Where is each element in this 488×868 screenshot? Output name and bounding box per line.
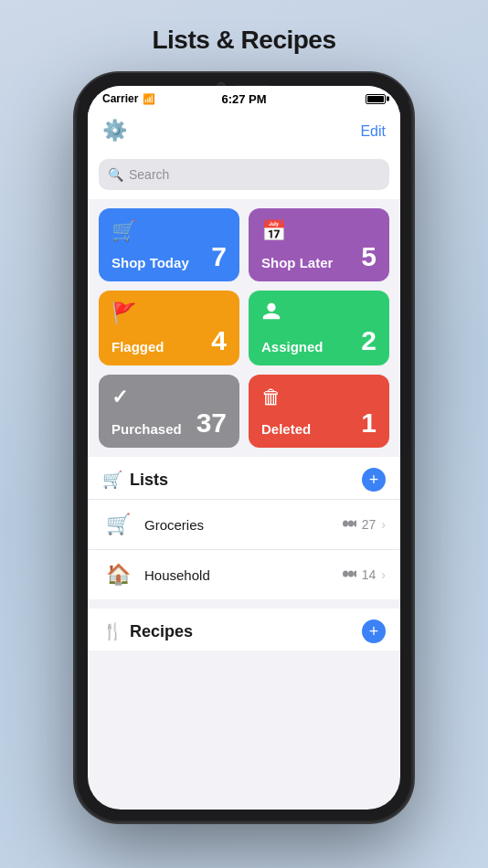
household-name: Household [144, 567, 340, 583]
list-item-household[interactable]: 🏠 Household 14 › [88, 549, 400, 599]
household-group-icon [340, 567, 356, 582]
search-placeholder: Search [129, 167, 169, 182]
cards-grid: 🛒 Shop Today 7 📅 Shop Later 5 [88, 199, 400, 457]
shop-later-icon: 📅 [261, 219, 377, 243]
flagged-count: 4 [211, 327, 227, 355]
lists-section-header: 🛒 Lists + [88, 457, 400, 499]
purchased-label: Purchased [111, 421, 182, 437]
recipes-title: Recipes [130, 622, 193, 641]
flagged-icon: 🚩 [111, 302, 227, 325]
household-icon: 🏠 [102, 559, 133, 590]
shop-today-icon: 🛒 [111, 219, 227, 243]
battery-icon [366, 94, 386, 104]
groceries-group-icon [340, 517, 356, 532]
wifi-icon: 📶 [143, 93, 155, 105]
status-right [366, 94, 386, 104]
recipes-section: 🍴 Recipes + [88, 609, 400, 651]
assigned-count: 2 [361, 327, 377, 355]
purchased-icon: ✓ [111, 386, 227, 409]
list-item-groceries[interactable]: 🛒 Groceries 27 › [88, 499, 400, 549]
flagged-label: Flagged [111, 339, 164, 355]
phone-frame: Carrier 📶 6:27 PM ⚙️ Edit 🔍 Search [75, 73, 413, 822]
search-icon: 🔍 [108, 167, 123, 182]
shop-today-count: 7 [211, 243, 227, 270]
shop-today-label: Shop Today [111, 255, 189, 270]
page-title: Lists & Recipes [152, 26, 335, 55]
recipes-icon: 🍴 [102, 621, 122, 641]
settings-icon[interactable]: ⚙️ [102, 119, 128, 144]
card-shop-today[interactable]: 🛒 Shop Today 7 [99, 208, 239, 281]
app-header: ⚙️ Edit [88, 111, 400, 152]
phone-screen: Carrier 📶 6:27 PM ⚙️ Edit 🔍 Search [88, 86, 400, 810]
groceries-name: Groceries [144, 517, 340, 533]
edit-button[interactable]: Edit [360, 123, 386, 140]
card-deleted[interactable]: 🗑 Deleted 1 [249, 375, 389, 448]
status-left: Carrier 📶 [102, 92, 155, 105]
shop-later-count: 5 [361, 243, 377, 270]
lists-icon: 🛒 [102, 470, 122, 490]
card-shop-later[interactable]: 📅 Shop Later 5 [249, 208, 389, 281]
card-flagged[interactable]: 🚩 Flagged 4 [99, 291, 239, 365]
svg-point-3 [343, 571, 348, 577]
lists-title: Lists [130, 471, 168, 490]
shop-later-label: Shop Later [261, 255, 333, 270]
search-container: 🔍 Search [88, 152, 400, 199]
assigned-label: Assigned [261, 339, 324, 355]
lists-section: 🛒 Lists + 🛒 Groceries [88, 457, 400, 599]
app-content: ⚙️ Edit 🔍 Search 🛒 Shop Today 7 [88, 111, 400, 651]
card-purchased[interactable]: ✓ Purchased 37 [99, 375, 239, 448]
groceries-chevron: › [381, 517, 386, 532]
status-bar: Carrier 📶 6:27 PM [88, 86, 400, 111]
purchased-count: 37 [196, 409, 227, 437]
lists-add-button[interactable]: + [362, 468, 386, 492]
assigned-icon [261, 302, 377, 327]
search-bar[interactable]: 🔍 Search [99, 159, 389, 190]
svg-point-0 [343, 521, 348, 527]
household-chevron: › [381, 567, 386, 582]
card-assigned[interactable]: Assigned 2 [249, 291, 389, 365]
deleted-count: 1 [361, 409, 377, 437]
deleted-icon: 🗑 [261, 386, 377, 409]
groceries-count: 27 [362, 517, 377, 532]
deleted-label: Deleted [261, 421, 311, 437]
carrier-label: Carrier [102, 92, 138, 105]
svg-point-5 [354, 571, 356, 577]
household-count: 14 [362, 567, 377, 582]
svg-point-2 [354, 521, 356, 527]
svg-point-1 [348, 521, 354, 527]
groceries-icon: 🛒 [102, 509, 133, 540]
recipes-section-header: 🍴 Recipes + [88, 609, 400, 651]
svg-point-4 [348, 571, 354, 577]
recipes-add-button[interactable]: + [362, 619, 386, 643]
status-time: 6:27 PM [221, 92, 266, 106]
